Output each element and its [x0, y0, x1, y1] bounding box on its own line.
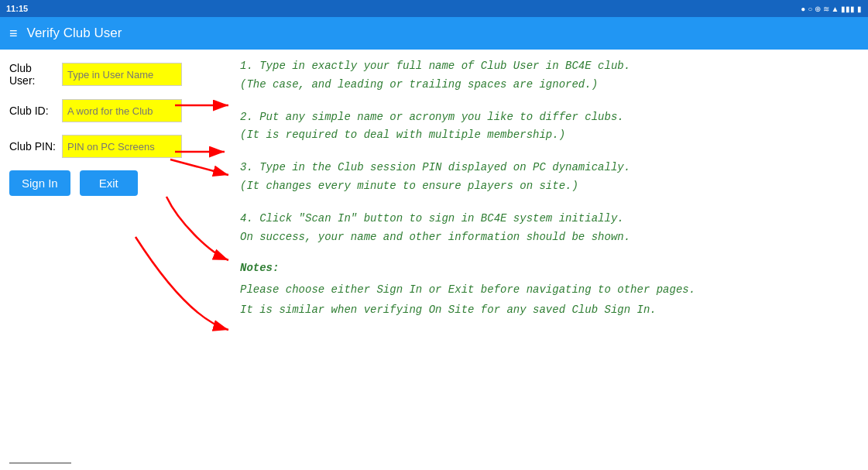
right-panel: 1. Type in exactly your full name of Clu…	[209, 50, 868, 470]
club-pin-label: Club PIN:	[9, 140, 56, 153]
exit-button[interactable]: Exit	[80, 170, 138, 196]
notes-section: Notes: Please choose either Sign In or E…	[240, 262, 853, 316]
club-user-input[interactable]	[62, 63, 182, 86]
status-time: 11:15	[6, 4, 28, 13]
notes-line1: Please choose either Sign In or Exit bef…	[240, 283, 853, 296]
sign-in-button[interactable]: Sign In	[9, 170, 70, 196]
instruction-step2: 2. Put any simple name or acronym you li…	[240, 108, 853, 146]
club-id-input[interactable]	[62, 99, 182, 122]
club-id-label: Club ID:	[9, 105, 56, 117]
step1-line2: (The case, and leading or trailing space…	[240, 76, 853, 94]
step1-line1: 1. Type in exactly your full name of Clu…	[240, 57, 853, 76]
instruction-step3: 3. Type in the Club session PIN displaye…	[240, 159, 853, 196]
step2-line2: (It is required to deal with multiple me…	[240, 126, 853, 145]
status-bar: 11:15 ● ○ ⊕ ≋ ▲ ▮▮▮ ▮	[0, 0, 868, 17]
notes-title: Notes:	[240, 262, 853, 274]
club-user-row: Club User:	[9, 62, 200, 87]
step4-line2: On success, your name and other informat…	[240, 228, 853, 247]
step2-line1: 2. Put any simple name or acronym you li…	[240, 108, 853, 127]
bottom-line	[9, 462, 71, 464]
club-user-label: Club User:	[9, 62, 56, 87]
step3-line1: 3. Type in the Club session PIN displaye…	[240, 159, 853, 177]
status-indicators: ● ○ ⊕ ≋ ▲ ▮▮▮ ▮	[801, 5, 862, 13]
club-pin-row: Club PIN:	[9, 135, 200, 158]
step4-line1: 4. Click "Scan In" button to sign in BC4…	[240, 210, 853, 228]
instruction-step1: 1. Type in exactly your full name of Clu…	[240, 57, 853, 94]
club-id-row: Club ID:	[9, 99, 200, 122]
button-row: Sign In Exit	[9, 170, 200, 196]
main-content: Club User: Club ID: Club PIN: Sign In Ex…	[0, 50, 868, 470]
menu-icon[interactable]: ≡	[9, 26, 18, 42]
step3-line2: (It changes every minute to ensure playe…	[240, 177, 853, 196]
app-title: Verify Club User	[27, 26, 122, 41]
left-panel: Club User: Club ID: Club PIN: Sign In Ex…	[0, 50, 209, 470]
notes-line2: It is similar when verifying On Site for…	[240, 304, 853, 316]
club-pin-input[interactable]	[62, 135, 182, 158]
app-bar: ≡ Verify Club User	[0, 17, 868, 50]
status-icons: ● ○ ⊕ ≋ ▲ ▮▮▮ ▮	[801, 5, 862, 13]
instruction-step4: 4. Click "Scan In" button to sign in BC4…	[240, 210, 853, 247]
